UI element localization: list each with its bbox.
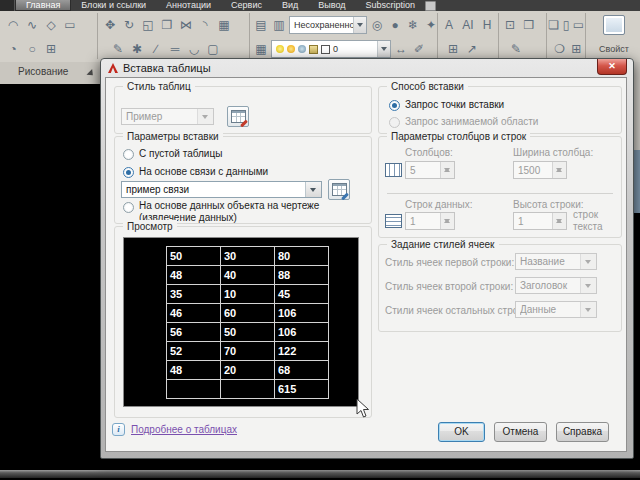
spinner-arrows-icon[interactable] [552, 162, 566, 178]
spinner-arrows-icon[interactable] [552, 213, 566, 229]
panel-separator [585, 13, 586, 59]
mtext-icon[interactable]: A [440, 15, 458, 35]
tab-vyvod[interactable]: Вывод [308, 0, 355, 11]
tab-annotacii[interactable]: Аннотации [156, 0, 221, 11]
table-style-dropdown[interactable]: Пример [121, 108, 214, 125]
extend-icon[interactable]: ═ [166, 39, 184, 59]
panel-expand-icon[interactable] [86, 69, 98, 81]
layer-unlock-icon[interactable] [309, 45, 318, 54]
dialog-titlebar[interactable]: Вставка таблицы [101, 59, 633, 77]
layer-thaw-icon[interactable] [287, 45, 295, 53]
scrollbar-fragment[interactable] [633, 150, 640, 213]
columns-spinner[interactable]: 5 [405, 161, 455, 179]
hatch-icon[interactable]: ⊞ [42, 39, 60, 59]
radio-data-link[interactable] [123, 167, 134, 178]
layer-color-swatch[interactable] [321, 45, 330, 54]
chevron-down-icon[interactable] [377, 41, 390, 57]
close-button[interactable]: ✕ [597, 59, 627, 75]
spinner-arrows-icon[interactable] [440, 162, 454, 178]
spline-icon[interactable]: ∿ [23, 15, 41, 35]
insert-block-icon[interactable]: ⊡ [501, 15, 519, 35]
create-block-icon[interactable]: ❒ [520, 15, 538, 35]
explode-icon[interactable]: ✱ [128, 39, 146, 59]
array-icon[interactable]: ▦ [215, 15, 233, 35]
offset-icon[interactable]: ◡ [185, 39, 203, 59]
other-rows-style-dropdown[interactable]: Данные [515, 301, 597, 318]
layer-match-icon[interactable]: ▥ [270, 15, 288, 35]
ok-button[interactable]: OK [438, 422, 485, 442]
tile-vertical-icon[interactable]: ▯ [560, 15, 571, 35]
layer-properties-icon[interactable]: ▤ [252, 15, 270, 35]
circle-icon[interactable]: ◔ [4, 39, 22, 59]
data-link-dropdown[interactable]: пример связи [121, 181, 322, 198]
paste-icon[interactable]: ❏ [548, 15, 559, 35]
chevron-down-icon[interactable] [580, 302, 596, 317]
table-icon[interactable]: ⊞ [444, 39, 462, 59]
data-link-manager-button[interactable] [328, 179, 350, 200]
layer-states-dropdown[interactable]: Несохраненное [289, 16, 367, 34]
tab-vid[interactable]: Вид [272, 0, 308, 11]
layer-freeze-icon[interactable]: ❄ [404, 15, 422, 35]
data-rows-spinner[interactable]: 1 [405, 212, 455, 230]
arc-icon[interactable]: ◠ [4, 15, 22, 35]
info-icon[interactable]: i [112, 423, 125, 436]
polygon-icon[interactable]: ◇ [42, 15, 60, 35]
chevron-down-icon[interactable] [353, 17, 366, 33]
layer-control-dropdown[interactable]: 0 [271, 40, 391, 58]
layer-on-icon[interactable] [276, 45, 284, 53]
move-icon[interactable]: ✥ [101, 15, 119, 35]
column-width-spinner[interactable]: 1500 [513, 161, 567, 179]
rectangle-icon[interactable]: ▭ [61, 15, 79, 35]
radio-insertion-point[interactable] [389, 100, 400, 111]
spinner-arrows-icon[interactable] [440, 213, 454, 229]
scale-icon[interactable]: ◱ [139, 15, 157, 35]
layer-vp-icon[interactable] [298, 45, 306, 53]
layer-lock-icon[interactable]: ✦ [422, 15, 440, 35]
sheet-set-icon[interactable]: ❍ [552, 39, 568, 59]
draw-panel-label[interactable]: Рисование [18, 66, 68, 77]
properties-icon[interactable] [603, 15, 625, 35]
chevron-down-icon[interactable] [305, 182, 321, 197]
tab-servis[interactable]: Сервис [221, 0, 272, 11]
layer-walk-icon[interactable]: ✐ [410, 39, 428, 59]
erase-icon[interactable]: ✎ [109, 39, 127, 59]
trim-icon[interactable]: ∕ [147, 39, 165, 59]
ribbon-extra-icon[interactable] [425, 1, 436, 11]
tab-subscription[interactable]: Subscription [355, 0, 425, 11]
data-link-value: пример связи [126, 184, 304, 195]
chevron-down-icon[interactable] [580, 278, 596, 293]
tile-horizontal-icon[interactable]: ▭ [573, 15, 584, 35]
help-button[interactable]: Справка [556, 422, 609, 442]
app-button[interactable] [0, 0, 15, 11]
join-icon[interactable]: ▢ [204, 39, 222, 59]
text-height-icon[interactable]: H [478, 15, 496, 35]
cancel-button[interactable]: Отмена [494, 422, 547, 442]
layer-off-icon[interactable]: ● [386, 15, 404, 35]
tab-glavnaya[interactable]: Главная [15, 0, 71, 11]
chevron-down-icon[interactable] [197, 109, 213, 124]
copy-icon[interactable]: ❐ [158, 15, 176, 35]
row-height-spinner[interactable]: 1 [513, 212, 567, 230]
tab-bloki-i-ssylki[interactable]: Блоки и ссылки [71, 0, 156, 11]
radio-empty-table[interactable] [123, 149, 134, 160]
chevron-down-icon[interactable] [580, 254, 596, 269]
rotate-icon[interactable]: ↻ [120, 15, 138, 35]
viewports-icon[interactable]: ⊞ [569, 39, 585, 59]
text-style-icon[interactable]: AI [459, 15, 477, 35]
layer-isolate-icon[interactable]: ◎ [368, 15, 386, 35]
fillet-icon[interactable]: ◝ [196, 15, 214, 35]
multileader-icon[interactable]: ↗ [463, 39, 481, 59]
radio-window[interactable] [389, 117, 400, 128]
layer-translate-icon[interactable]: ↔ [392, 39, 410, 59]
block-editor-icon[interactable]: ✎ [507, 39, 525, 59]
second-row-style-dropdown[interactable]: Заголовок [515, 277, 597, 294]
first-row-style-dropdown[interactable]: Название [515, 253, 597, 270]
layer-tools: ▤▥ [252, 15, 288, 35]
layer-previous-icon[interactable]: ▦ [252, 39, 270, 59]
table-style-edit-button[interactable] [227, 106, 249, 127]
ribbon-toolbar: ◠∿◇▭ ◔○⊞ ✥↻◱❐⋈◝▦ ✎✱∕═◡▢ ▤▥ Несохраненное… [0, 11, 640, 63]
learn-about-tables-link[interactable]: Подробнее о таблицах [131, 424, 237, 435]
radio-object-data[interactable] [123, 202, 134, 213]
mirror-icon[interactable]: ⋈ [177, 15, 195, 35]
ellipse-icon[interactable]: ○ [23, 39, 41, 59]
